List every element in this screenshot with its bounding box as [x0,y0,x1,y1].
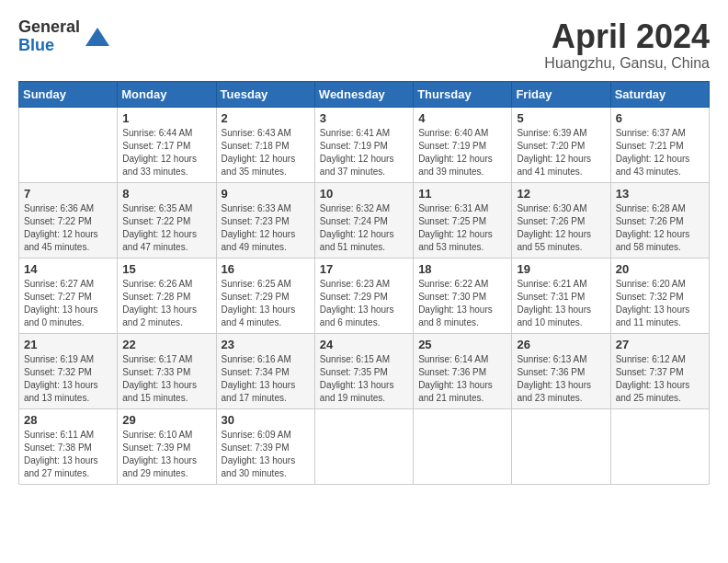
calendar-cell: 20Sunrise: 6:20 AMSunset: 7:32 PMDayligh… [610,258,709,333]
day-number: 15 [122,262,210,276]
calendar-header-saturday: Saturday [610,81,709,107]
day-number: 28 [24,413,112,427]
day-number: 3 [320,111,408,125]
day-number: 7 [24,187,112,201]
day-number: 16 [222,262,310,276]
calendar-week-row: 14Sunrise: 6:27 AMSunset: 7:27 PMDayligh… [19,258,710,333]
calendar-cell [512,408,610,484]
day-number: 25 [418,338,506,351]
day-number: 12 [517,187,605,201]
day-number: 10 [320,187,408,201]
day-number: 5 [517,111,605,125]
day-info: Sunrise: 6:44 AMSunset: 7:17 PMDaylight:… [122,127,210,178]
day-number: 23 [222,338,310,351]
calendar-cell: 8Sunrise: 6:35 AMSunset: 7:22 PMDaylight… [118,182,216,258]
day-info: Sunrise: 6:27 AMSunset: 7:27 PMDaylight:… [24,278,112,329]
calendar-week-row: 28Sunrise: 6:11 AMSunset: 7:38 PMDayligh… [19,408,710,484]
calendar-cell: 9Sunrise: 6:33 AMSunset: 7:23 PMDaylight… [216,182,314,258]
day-info: Sunrise: 6:25 AMSunset: 7:29 PMDaylight:… [222,278,310,329]
calendar-cell: 2Sunrise: 6:43 AMSunset: 7:18 PMDaylight… [216,107,314,182]
day-info: Sunrise: 6:30 AMSunset: 7:26 PMDaylight:… [517,202,605,254]
day-info: Sunrise: 6:43 AMSunset: 7:18 PMDaylight:… [222,127,310,178]
calendar-cell: 3Sunrise: 6:41 AMSunset: 7:19 PMDaylight… [314,107,413,182]
day-info: Sunrise: 6:19 AMSunset: 7:32 PMDaylight:… [24,353,112,405]
month-title: April 2024 [544,18,710,55]
calendar-cell: 26Sunrise: 6:13 AMSunset: 7:36 PMDayligh… [512,333,610,408]
day-info: Sunrise: 6:40 AMSunset: 7:19 PMDaylight:… [418,127,506,178]
calendar-cell: 1Sunrise: 6:44 AMSunset: 7:17 PMDaylight… [118,107,216,182]
calendar-week-row: 7Sunrise: 6:36 AMSunset: 7:22 PMDaylight… [19,182,710,258]
calendar-cell: 27Sunrise: 6:12 AMSunset: 7:37 PMDayligh… [610,333,709,408]
calendar-cell: 13Sunrise: 6:28 AMSunset: 7:26 PMDayligh… [610,182,709,258]
calendar-week-row: 1Sunrise: 6:44 AMSunset: 7:17 PMDaylight… [19,107,710,182]
calendar-cell: 28Sunrise: 6:11 AMSunset: 7:38 PMDayligh… [19,408,118,484]
day-info: Sunrise: 6:32 AMSunset: 7:24 PMDaylight:… [320,202,408,254]
calendar-cell: 14Sunrise: 6:27 AMSunset: 7:27 PMDayligh… [19,258,118,333]
day-info: Sunrise: 6:12 AMSunset: 7:37 PMDaylight:… [616,353,704,405]
calendar-cell: 22Sunrise: 6:17 AMSunset: 7:33 PMDayligh… [118,333,216,408]
day-info: Sunrise: 6:20 AMSunset: 7:32 PMDaylight:… [616,278,704,329]
calendar-header-friday: Friday [512,81,610,107]
calendar-cell: 24Sunrise: 6:15 AMSunset: 7:35 PMDayligh… [314,333,413,408]
calendar-cell: 30Sunrise: 6:09 AMSunset: 7:39 PMDayligh… [216,408,314,484]
day-number: 26 [517,338,605,351]
day-info: Sunrise: 6:14 AMSunset: 7:36 PMDaylight:… [418,353,506,405]
day-info: Sunrise: 6:36 AMSunset: 7:22 PMDaylight:… [24,202,112,254]
day-info: Sunrise: 6:13 AMSunset: 7:36 PMDaylight:… [517,353,605,405]
calendar-cell: 11Sunrise: 6:31 AMSunset: 7:25 PMDayligh… [414,182,512,258]
day-info: Sunrise: 6:41 AMSunset: 7:19 PMDaylight:… [320,127,408,178]
calendar-cell: 5Sunrise: 6:39 AMSunset: 7:20 PMDaylight… [512,107,610,182]
calendar-cell: 18Sunrise: 6:22 AMSunset: 7:30 PMDayligh… [414,258,512,333]
day-number: 30 [222,413,310,427]
day-info: Sunrise: 6:31 AMSunset: 7:25 PMDaylight:… [418,202,506,254]
title-section: April 2024 Huangzhu, Gansu, China [544,18,710,72]
day-info: Sunrise: 6:23 AMSunset: 7:29 PMDaylight:… [320,278,408,329]
day-number: 2 [222,111,310,125]
day-info: Sunrise: 6:37 AMSunset: 7:21 PMDaylight:… [616,127,704,178]
day-number: 24 [320,338,408,351]
page-header: General Blue April 2024 Huangzhu, Gansu,… [18,18,710,72]
calendar-cell [610,408,709,484]
calendar-cell: 4Sunrise: 6:40 AMSunset: 7:19 PMDaylight… [414,107,512,182]
day-number: 8 [122,187,210,201]
calendar-cell: 16Sunrise: 6:25 AMSunset: 7:29 PMDayligh… [216,258,314,333]
calendar-header-thursday: Thursday [414,81,512,107]
day-number: 19 [517,262,605,276]
location-text: Huangzhu, Gansu, China [544,55,710,72]
calendar-header-row: SundayMondayTuesdayWednesdayThursdayFrid… [19,81,710,107]
calendar-header-monday: Monday [118,81,216,107]
day-info: Sunrise: 6:26 AMSunset: 7:28 PMDaylight:… [122,278,210,329]
calendar-cell: 25Sunrise: 6:14 AMSunset: 7:36 PMDayligh… [414,333,512,408]
day-number: 27 [616,338,704,351]
day-info: Sunrise: 6:11 AMSunset: 7:38 PMDaylight:… [24,429,112,480]
day-info: Sunrise: 6:21 AMSunset: 7:31 PMDaylight:… [517,278,605,329]
day-info: Sunrise: 6:33 AMSunset: 7:23 PMDaylight:… [222,202,310,254]
calendar-cell [314,408,413,484]
calendar-cell: 10Sunrise: 6:32 AMSunset: 7:24 PMDayligh… [314,182,413,258]
calendar-week-row: 21Sunrise: 6:19 AMSunset: 7:32 PMDayligh… [19,333,710,408]
day-number: 6 [616,111,704,125]
day-info: Sunrise: 6:16 AMSunset: 7:34 PMDaylight:… [222,353,310,405]
calendar-cell: 23Sunrise: 6:16 AMSunset: 7:34 PMDayligh… [216,333,314,408]
calendar-header-sunday: Sunday [19,81,118,107]
logo: General Blue [18,18,111,55]
day-info: Sunrise: 6:10 AMSunset: 7:39 PMDaylight:… [122,429,210,480]
calendar-table: SundayMondayTuesdayWednesdayThursdayFrid… [18,81,710,485]
calendar-cell: 17Sunrise: 6:23 AMSunset: 7:29 PMDayligh… [314,258,413,333]
day-info: Sunrise: 6:09 AMSunset: 7:39 PMDaylight:… [222,429,310,480]
day-number: 9 [222,187,310,201]
calendar-cell: 21Sunrise: 6:19 AMSunset: 7:32 PMDayligh… [19,333,118,408]
calendar-cell [19,107,118,182]
day-info: Sunrise: 6:15 AMSunset: 7:35 PMDaylight:… [320,353,408,405]
day-number: 13 [616,187,704,201]
day-info: Sunrise: 6:17 AMSunset: 7:33 PMDaylight:… [122,353,210,405]
calendar-cell: 7Sunrise: 6:36 AMSunset: 7:22 PMDaylight… [19,182,118,258]
calendar-header-wednesday: Wednesday [314,81,413,107]
day-number: 18 [418,262,506,276]
day-info: Sunrise: 6:35 AMSunset: 7:22 PMDaylight:… [122,202,210,254]
day-info: Sunrise: 6:28 AMSunset: 7:26 PMDaylight:… [616,202,704,254]
day-number: 17 [320,262,408,276]
day-number: 11 [418,187,506,201]
calendar-cell: 29Sunrise: 6:10 AMSunset: 7:39 PMDayligh… [118,408,216,484]
day-info: Sunrise: 6:22 AMSunset: 7:30 PMDaylight:… [418,278,506,329]
